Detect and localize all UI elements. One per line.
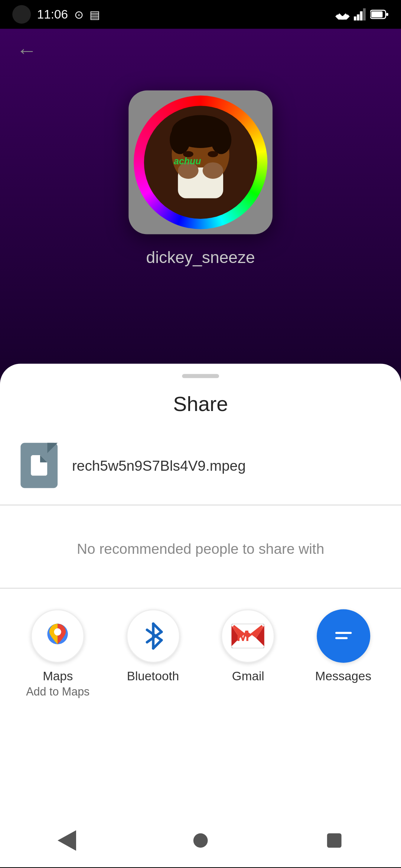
share-apps: Maps Add to Maps Bluetooth	[0, 589, 401, 708]
svg-rect-14	[354, 16, 356, 20]
status-icons	[335, 8, 389, 20]
svg-point-6	[208, 151, 218, 157]
wifi-icon	[335, 9, 350, 20]
thumbnail-face: achuu	[144, 106, 257, 219]
messages-svg	[327, 619, 360, 652]
svg-rect-17	[363, 8, 366, 20]
nav-home-icon	[193, 833, 208, 848]
signal-icon	[354, 8, 366, 20]
maps-pin-svg	[41, 619, 74, 652]
bluetooth-svg	[138, 622, 167, 651]
maps-label: Maps	[43, 669, 73, 683]
nav-recent-icon	[327, 833, 342, 848]
svg-rect-30	[327, 619, 360, 652]
svg-point-13	[341, 16, 344, 19]
svg-point-4	[211, 125, 231, 154]
svg-point-22	[54, 628, 61, 635]
svg-point-9	[203, 162, 223, 179]
status-time: 11:06	[37, 7, 68, 22]
share-sheet: Share rech5w5n9S7Bls4V9.mpeg No recommen…	[0, 364, 401, 867]
messages-label: Messages	[315, 669, 372, 683]
app-item-gmail[interactable]: M Gmail	[207, 609, 289, 698]
media-icon: ⊙	[74, 8, 84, 21]
share-title: Share	[0, 384, 401, 431]
svg-rect-19	[371, 11, 382, 17]
divider-1	[0, 504, 401, 506]
svg-point-3	[170, 125, 190, 154]
maps-app-icon	[31, 609, 85, 663]
nav-bar	[0, 814, 401, 867]
gmail-label: Gmail	[232, 669, 264, 683]
messages-app-icon	[316, 609, 370, 663]
no-people-text: No recommended people to share with	[0, 510, 401, 588]
file-row: rech5w5n9S7Bls4V9.mpeg	[0, 431, 401, 500]
svg-text:M: M	[237, 627, 250, 644]
app-item-messages[interactable]: Messages	[302, 609, 385, 698]
file-name: rech5w5n9S7Bls4V9.mpeg	[72, 457, 246, 474]
clipboard-icon: ▤	[89, 8, 100, 21]
bluetooth-app-icon	[126, 609, 180, 663]
nav-back-icon	[58, 830, 76, 851]
nav-back-button[interactable]	[46, 820, 88, 861]
gmail-app-icon: M	[221, 609, 275, 663]
thumbnail-card: achuu	[128, 91, 273, 234]
status-bar: 11:06 ⊙ ▤	[0, 0, 401, 29]
thumbnail-circle: achuu	[134, 96, 267, 229]
nav-recent-button[interactable]	[314, 820, 355, 861]
app-item-bluetooth[interactable]: Bluetooth	[112, 609, 194, 698]
svg-rect-15	[357, 14, 359, 21]
bluetooth-label: Bluetooth	[127, 669, 179, 683]
status-left: 11:06 ⊙ ▤	[12, 5, 100, 24]
maps-sublabel: Add to Maps	[26, 685, 89, 698]
svg-text:achuu: achuu	[174, 156, 201, 166]
gmail-svg: M	[232, 624, 265, 648]
file-icon	[20, 443, 58, 488]
nav-home-button[interactable]	[180, 820, 221, 861]
svg-rect-32	[335, 637, 347, 639]
svg-rect-31	[335, 632, 351, 634]
video-title: dickey_sneeze	[146, 249, 255, 267]
file-doc-icon	[31, 455, 47, 476]
status-dot	[12, 5, 31, 24]
svg-rect-16	[360, 11, 363, 20]
sheet-handle	[182, 374, 219, 378]
svg-rect-20	[386, 13, 388, 16]
app-item-maps[interactable]: Maps Add to Maps	[17, 609, 99, 698]
battery-icon	[370, 9, 389, 20]
